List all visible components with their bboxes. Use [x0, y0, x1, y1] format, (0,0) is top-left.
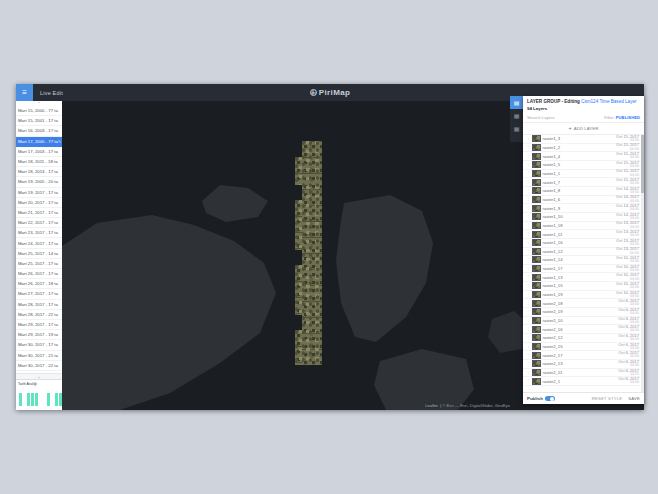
scrollbar-thumb[interactable]	[641, 135, 644, 193]
drag-handle-icon[interactable]: ⋮	[526, 163, 530, 167]
drag-handle-icon[interactable]: ⋮	[526, 145, 530, 149]
layer-date-block: Oct 10, 2017 00:00	[616, 256, 639, 264]
drag-handle-icon[interactable]: ⋮	[526, 353, 530, 357]
date-label: Mart 25, 2017 - 14 ta	[18, 251, 58, 256]
panel-title-prefix: LAYER GROUP - Editing	[527, 99, 580, 104]
drag-handle-icon[interactable]: ⋮	[526, 232, 530, 236]
drag-handle-icon[interactable]: ⋮	[526, 215, 530, 219]
date-list-item[interactable]: Mart 30, 2017 - 22 ta ✎	[16, 361, 62, 371]
panel-scrollbar[interactable]	[641, 135, 644, 392]
date-list-item[interactable]: Mart 29, 2017 - 17 ta ✎	[16, 320, 62, 330]
layer-thumbnail	[532, 282, 541, 289]
date-list-item[interactable]: Mart 30, 2017 - 17 ta ✎	[16, 340, 62, 350]
date-list-item[interactable]: Mart 22, 2017 - 17 ta ✎	[16, 218, 62, 228]
date-list-item[interactable]: Mart 20, 2017 - 17 ta ✎	[16, 198, 62, 208]
menu-button[interactable]: ≡	[16, 84, 33, 101]
drag-handle-icon[interactable]: ⋮	[526, 319, 530, 323]
layer-date-block: Oct 6, 2017 00:00	[618, 308, 639, 316]
drag-handle-icon[interactable]: ⋮	[526, 336, 530, 340]
date-list-item[interactable]: Mart 17, 2003 - 17 ta ✎	[16, 147, 62, 157]
date-list-item[interactable]: Mart 21, 2017 - 17 ta ✎	[16, 208, 62, 218]
layer-name: raster2_17	[543, 353, 563, 358]
drag-handle-icon[interactable]: ⋮	[526, 189, 530, 193]
date-list-item[interactable]: Mart 26, 2017 - 17 ta ✎	[16, 269, 62, 279]
image-tool-button[interactable]: ▦	[510, 122, 523, 135]
date-list-item[interactable]: Mart 15, 2000 - 77 ta ✎	[16, 106, 62, 116]
layer-name: raster2_11	[543, 370, 563, 375]
date-list-item[interactable]: Mart 19, 2005 - 20 ta ✎	[16, 177, 62, 187]
drag-handle-icon[interactable]: ⋮	[526, 154, 530, 158]
layer-name: raster2_19	[543, 309, 563, 314]
date-list-item[interactable]: Mart 19, 2017 - 17 ta ✎	[16, 188, 62, 198]
date-list-item[interactable]: Mart 27, 2017 - 17 ta ✎	[16, 289, 62, 299]
date-list-item[interactable]: Mart 30, 2017 - 21 ta ✎	[16, 351, 62, 361]
drag-handle-icon[interactable]: ⋮	[526, 371, 530, 375]
filter-control[interactable]: Filter: PUBLISHED	[604, 115, 640, 120]
drag-handle-icon[interactable]: ⋮	[526, 362, 530, 366]
hamburger-icon: ≡	[22, 88, 27, 97]
date-list-item[interactable]: Mart 16, 2003 - 17 ta ✎	[16, 126, 62, 136]
drag-handle-icon[interactable]: ⋮	[526, 275, 530, 279]
layer-thumbnail	[532, 274, 541, 281]
layer-thumbnail	[532, 308, 541, 315]
drag-handle-icon[interactable]: ⋮	[526, 310, 530, 314]
drag-handle-icon[interactable]: ⋮	[526, 171, 530, 175]
date-list-item[interactable]: Mart 15, 2001 - 17 ta ✎	[16, 116, 62, 126]
date-list: Mart 15, 2000 - 77 ta ✎ Mart 15, 2001 - …	[16, 106, 62, 373]
histogram-bar	[27, 393, 30, 406]
layer-row[interactable]: ⋮ raster2_1 Oct 6, 2017 00:00	[523, 377, 644, 386]
histogram-title: Tarih Aralığı	[18, 382, 60, 386]
drag-handle-icon[interactable]: ⋮	[526, 301, 530, 305]
drag-handle-icon[interactable]: ⋮	[526, 258, 530, 262]
date-label: Mart 19, 2017 - 17 ta	[18, 190, 58, 195]
panel-header: LAYER GROUP - Editing Csm124 Time Based …	[523, 96, 644, 113]
date-list-item[interactable]: Mart 26, 2017 - 18 ta ✎	[16, 279, 62, 289]
drag-handle-icon[interactable]: ⋮	[526, 223, 530, 227]
drag-handle-icon[interactable]: ⋮	[526, 327, 530, 331]
leaflet-link[interactable]: Leaflet	[424, 403, 439, 408]
layer-thumbnail	[532, 360, 541, 367]
drag-handle-icon[interactable]: ⋮	[526, 345, 530, 349]
drag-handle-icon[interactable]: ⋮	[526, 206, 530, 210]
date-label: Mart 30, 2017 - 21 ta	[18, 353, 58, 358]
layer-time: 00:00	[618, 381, 639, 385]
attribution-text: | © Esri — Esri, DigitalGlobe, GeoEye	[440, 403, 510, 408]
reset-style-button[interactable]: RESET STYLE	[592, 396, 623, 401]
style-grid-icon: ▦	[514, 112, 520, 119]
date-list-item[interactable]: Mart 25, 2017 - 14 ta ✎	[16, 249, 62, 259]
drag-handle-icon[interactable]: ⋮	[526, 284, 530, 288]
layer-name: raster1_4	[543, 154, 561, 159]
date-list-item[interactable]: Mart 28, 2017 - 22 ta ✎	[16, 310, 62, 320]
date-list-item[interactable]: Mart 25, 2017 - 17 ta ✎	[16, 259, 62, 269]
date-list-item[interactable]: Mart 24, 2017 - 17 ta ✎	[16, 238, 62, 248]
add-layer-button[interactable]: + ADD LAYER	[523, 123, 644, 135]
publish-toggle[interactable]	[545, 396, 555, 401]
date-label: Mart 20, 2017 - 17 ta	[18, 200, 58, 205]
drag-handle-icon[interactable]: ⋮	[526, 137, 530, 141]
date-list-item[interactable]: Mart 17, 2000 - 77 ta ✎	[16, 137, 62, 147]
style-tool-button[interactable]: ▦	[510, 109, 523, 122]
drag-handle-icon[interactable]: ⋮	[526, 241, 530, 245]
drag-handle-icon[interactable]: ⋮	[526, 197, 530, 201]
date-list-item[interactable]: Mart 18, 2013 - 17 ta ✎	[16, 167, 62, 177]
date-list-item[interactable]: Mart 29, 2017 - 19 ta ✎	[16, 330, 62, 340]
save-button[interactable]: SAVE	[628, 396, 640, 401]
search-layers-input[interactable]	[527, 115, 573, 120]
date-list-item[interactable]: Mart 18, 2011 - 18 ta ✎	[16, 157, 62, 167]
histogram-bar	[47, 393, 50, 406]
edit-icon: ✎	[58, 139, 61, 144]
layers-tool-button[interactable]: ▤	[510, 96, 523, 109]
date-list-item[interactable]: Mart 28, 2017 - 17 ta ✎	[16, 300, 62, 310]
date-list-item[interactable]: Mart 23, 2017 - 17 ta ✎	[16, 228, 62, 238]
drag-handle-icon[interactable]: ⋮	[526, 267, 530, 271]
plus-icon: +	[569, 125, 572, 131]
drag-handle-icon[interactable]: ⋮	[526, 379, 530, 383]
timeline-histogram: Tarih Aralığı	[16, 379, 62, 410]
layer-thumbnail	[532, 256, 541, 263]
histogram-bars[interactable]	[18, 388, 60, 406]
drag-handle-icon[interactable]: ⋮	[526, 293, 530, 297]
layer-group-name-link[interactable]: Csm124 Time Based Layer	[581, 99, 636, 104]
drag-handle-icon[interactable]: ⋮	[526, 249, 530, 253]
layer-thumbnail	[532, 231, 541, 238]
drag-handle-icon[interactable]: ⋮	[526, 180, 530, 184]
